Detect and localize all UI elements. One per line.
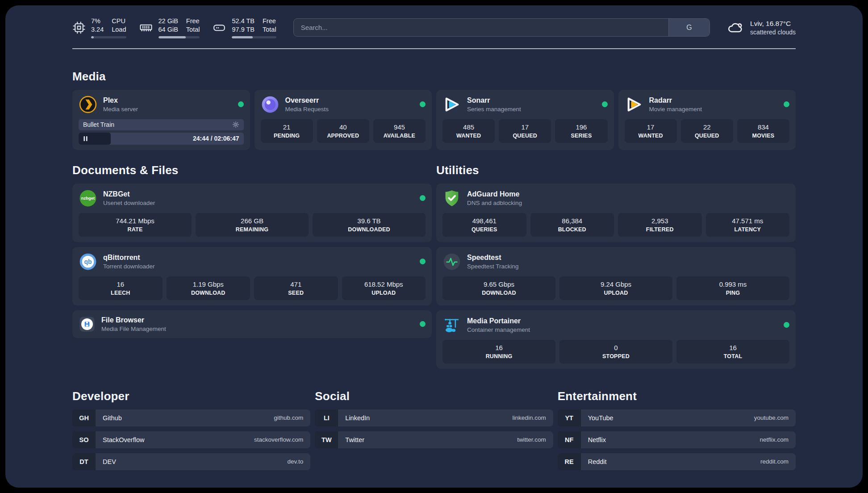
now-playing-title: Bullet Train (83, 121, 114, 128)
online-status-dot (602, 101, 608, 107)
stat-tile-label: QUEUED (683, 133, 731, 139)
link-row-stackoverflow[interactable]: SO StackOverflow stackoverflow.com (72, 431, 310, 448)
section-title-developer: Developer (72, 389, 310, 403)
stat-tile-value: 266 GB (197, 217, 307, 225)
stat-tile: 17 QUEUED (499, 119, 551, 143)
weather-widget: Lviv, 16.87°C scattered clouds (727, 20, 796, 36)
stat-values: 52.4 TB97.9 TB (232, 17, 255, 34)
link-row-linkedin[interactable]: LI LinkedIn linkedin.com (315, 409, 553, 426)
link-abbr-icon: YT (558, 409, 581, 426)
dashboard-panel: 7%3.24 CPULoad 22 GiB64 GiB FreeTotal (5, 5, 863, 488)
stat-tile-value: 21 (263, 123, 311, 131)
app-card-adguard-home[interactable]: AdGuard Home DNS and adblocking 498,461 … (436, 184, 796, 242)
app-card-sonarr[interactable]: Sonarr Series management 485 WANTED 17 Q… (436, 90, 614, 150)
stat-tile-value: 86,384 (532, 217, 613, 225)
section-title-entertainment: Entertainment (558, 389, 796, 403)
app-name: Media Portainer (467, 317, 530, 325)
link-name: Github (103, 414, 122, 422)
app-card-media-portainer[interactable]: Media Portainer Container management 16 … (436, 310, 796, 369)
link-url: twitter.com (517, 436, 546, 443)
app-card-speedtest[interactable]: Speedtest Speedtest Tracking 9.65 Gbps D… (436, 247, 796, 305)
online-status-dot (420, 101, 426, 107)
app-card-file-browser[interactable]: File Browser Media File Management (72, 310, 432, 338)
stat-progress-fill (159, 36, 186, 38)
online-status-dot (420, 259, 426, 264)
link-row-twitter[interactable]: TW Twitter twitter.com (315, 431, 553, 448)
stat-tile: 47.571 ms LATENCY (706, 213, 790, 237)
search-engine-button[interactable]: G (668, 19, 709, 36)
pause-button[interactable] (83, 136, 88, 142)
link-row-netflix[interactable]: NF Netflix netflix.com (558, 431, 796, 448)
stat-values: 22 GiB64 GiB (159, 17, 178, 34)
stat-tile-value: 16 (80, 280, 161, 288)
link-name: Twitter (345, 436, 364, 443)
stat-tile-row: 485 WANTED 17 QUEUED 196 SERIES (442, 119, 608, 143)
link-row-github[interactable]: GH Github github.com (72, 409, 310, 426)
documents-card-stack: nzbget NZBGet Usenet downloader 744.21 M… (72, 184, 432, 338)
stat-tile-value: 17 (626, 123, 675, 131)
player-time: 24:44 / 02:06:47 (193, 135, 244, 142)
section-title-utilities: Utilities (436, 163, 796, 177)
stat-tile: 9.24 Gbps UPLOAD (559, 276, 672, 300)
stat-tile: 16 TOTAL (676, 340, 789, 363)
link-abbr-icon: RE (558, 453, 581, 470)
stat-tile-value: 0.993 ms (678, 280, 788, 288)
player-settings-gear-icon[interactable] (232, 121, 239, 128)
stat-tile-label: QUERIES (444, 226, 525, 233)
stat-progress-fill (232, 36, 253, 38)
weather-location-temp: Lviv, 16.87°C (750, 20, 796, 28)
app-card-nzbget[interactable]: nzbget NZBGet Usenet downloader 744.21 M… (72, 184, 432, 242)
stat-tile-label: LEECH (80, 290, 161, 296)
stat-tile: 21 PENDING (261, 119, 313, 143)
app-card-overseerr[interactable]: Overseerr Media Requests 21 PENDING 40 A… (255, 90, 432, 150)
link-name: LinkedIn (345, 414, 370, 422)
stat-tile-value: 618.52 Mbps (344, 280, 424, 288)
link-row-reddit[interactable]: RE Reddit reddit.com (558, 453, 796, 470)
app-description: Media server (103, 106, 138, 113)
stat-tile: 9.65 Gbps DOWNLOAD (442, 276, 555, 300)
svg-text:nzbget: nzbget (81, 196, 95, 201)
link-row-dev[interactable]: DT DEV dev.to (72, 453, 310, 470)
player-seek-bar[interactable]: 24:44 / 02:06:47 (79, 133, 244, 145)
link-url: linkedin.com (513, 414, 546, 421)
link-url: stackoverflow.com (254, 436, 303, 443)
stat-tile-value: 471 (256, 280, 336, 288)
stat-tile-value: 17 (501, 123, 549, 131)
search-input[interactable] (293, 18, 710, 37)
stat-tile-label: SERIES (557, 133, 605, 139)
online-status-dot (420, 321, 426, 327)
stat-tile-label: APPROVED (319, 133, 367, 139)
app-card-plex[interactable]: Plex Media server Bullet Train 24:44 / 0… (72, 90, 250, 150)
stat-progress-track (232, 36, 276, 38)
stat-tile-value: 39.6 TB (314, 217, 424, 225)
overseerr-icon (261, 95, 280, 114)
app-card-radarr[interactable]: Radarr Movie management 17 WANTED 22 QUE… (618, 90, 796, 150)
link-name: DEV (103, 458, 116, 465)
app-description: Media Requests (285, 106, 329, 113)
header-bar: 7%3.24 CPULoad 22 GiB64 GiB FreeTotal (72, 5, 796, 38)
link-url: youtube.com (754, 414, 789, 421)
portainer-icon (442, 316, 461, 334)
stat-tile: 834 MOVIES (737, 119, 789, 143)
cloud-icon (727, 20, 744, 36)
nzbget-icon: nzbget (79, 189, 97, 208)
stat-tile: 86,384 BLOCKED (530, 213, 614, 237)
app-card-qbittorrent[interactable]: qb qBittorrent Torrent downloader 16 LEE… (72, 247, 432, 305)
app-name: File Browser (101, 316, 166, 324)
stat-tile-label: QUEUED (501, 133, 549, 139)
link-abbr-icon: LI (315, 409, 338, 426)
stat-tile-label: TOTAL (678, 353, 788, 359)
stat-labels: CPULoad (112, 17, 126, 34)
plex-icon (79, 95, 97, 114)
app-name: Sonarr (467, 96, 521, 104)
section-title-media: Media (72, 70, 796, 84)
stat-tile-label: MOVIES (739, 133, 788, 139)
stat-labels: FreeTotal (263, 17, 276, 34)
stat-tile-value: 9.24 Gbps (561, 280, 671, 288)
link-row-youtube[interactable]: YT YouTube youtube.com (558, 409, 796, 426)
stat-tile-label: WANTED (444, 133, 493, 139)
stat-tile-label: SEED (256, 290, 336, 296)
stat-tile: 0.993 ms PING (676, 276, 789, 300)
stat-tile-value: 834 (739, 123, 788, 131)
stat-tile: 40 APPROVED (317, 119, 369, 143)
